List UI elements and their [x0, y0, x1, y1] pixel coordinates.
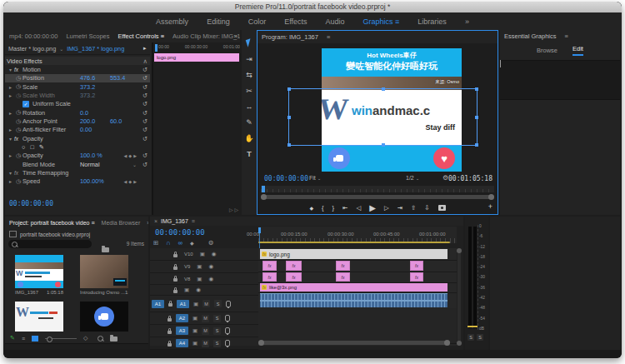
disclosure-closed-icon[interactable]: ▸: [7, 84, 14, 90]
lock-icon[interactable]: [168, 318, 172, 322]
clip-audio-img1367[interactable]: [260, 293, 448, 307]
reset-icon[interactable]: ↺: [142, 92, 148, 99]
layers-list-area[interactable]: [500, 60, 620, 100]
track-header-a2[interactable]: A2 ▣ M S: [150, 312, 258, 325]
position-x-value[interactable]: 476.6: [80, 74, 95, 82]
solo-button[interactable]: S: [213, 327, 221, 335]
program-scrubber[interactable]: [261, 186, 494, 192]
workspace-tab-effects[interactable]: Effects: [284, 17, 307, 26]
track-name[interactable]: A1: [177, 300, 189, 308]
scroll-handle-left[interactable]: [258, 340, 264, 346]
reset-icon[interactable]: ↺: [142, 100, 148, 107]
project-clip-winandmac[interactable]: W: [15, 302, 63, 332]
panel-menu-icon[interactable]: ≡: [327, 33, 330, 41]
motion-section-header[interactable]: ▾ fx Motion ↺: [5, 65, 150, 73]
graphic-clip[interactable]: fx: [336, 272, 350, 282]
workspace-overflow-icon[interactable]: »: [465, 17, 469, 26]
tab-browse[interactable]: Browse: [537, 47, 558, 54]
anti-flicker-row[interactable]: ▸ ◷ Anti-flicker Filter 0.00 ↺: [5, 126, 150, 134]
sync-lock-icon[interactable]: ▣: [192, 340, 198, 347]
track-name[interactable]: V8: [184, 277, 190, 282]
mini-nav-icons[interactable]: ▷ ▷: [229, 207, 238, 212]
stopwatch-icon[interactable]: ◷: [14, 118, 22, 125]
stopwatch-icon[interactable]: ◷: [14, 109, 22, 116]
fit-dropdown[interactable]: Fit ⌄: [309, 175, 321, 181]
workspace-tab-assembly[interactable]: Assembly: [156, 17, 188, 26]
graphic-clip[interactable]: fx: [286, 261, 302, 271]
position-y-value[interactable]: 553.4: [110, 74, 125, 82]
lock-icon[interactable]: [168, 343, 172, 347]
mute-button[interactable]: M: [202, 300, 210, 307]
track-name[interactable]: V9: [184, 264, 190, 269]
reset-icon[interactable]: ↺: [142, 74, 148, 82]
icon-view-icon[interactable]: [32, 336, 38, 342]
graphic-clip[interactable]: fx: [336, 261, 350, 271]
reset-icon[interactable]: ↺: [142, 117, 148, 125]
rect-mask-icon[interactable]: □: [30, 143, 33, 151]
stopwatch-icon[interactable]: ◷: [14, 83, 22, 90]
lock-icon[interactable]: [173, 290, 178, 293]
panel-arrow-icon[interactable]: ▸: [143, 45, 147, 52]
program-zoom-scrollbar[interactable]: [261, 195, 494, 199]
track-header-v7[interactable]: ▣ ◉: [150, 285, 258, 296]
new-bin-icon[interactable]: [110, 337, 118, 342]
disclosure-closed-icon[interactable]: ▸: [7, 178, 14, 184]
pen-mask-icon[interactable]: ✎: [39, 143, 44, 151]
extract-icon[interactable]: ⇩: [424, 204, 429, 212]
mark-out-icon[interactable]: }: [332, 204, 335, 212]
resolution-dropdown[interactable]: 1/2 ⌄: [406, 175, 419, 181]
timeline-timecode[interactable]: 00:00:00:00: [155, 228, 205, 237]
lock-icon[interactable]: [173, 267, 178, 270]
project-writable-icon[interactable]: ✎: [10, 335, 15, 342]
close-icon[interactable]: ×: [154, 218, 158, 224]
step-forward-icon[interactable]: ▷: [384, 204, 389, 212]
blend-mode-select[interactable]: Normal: [80, 161, 100, 168]
program-playhead[interactable]: [262, 186, 265, 192]
workspace-tab-editing[interactable]: Editing: [207, 17, 230, 26]
kf-next-icon[interactable]: ▶: [133, 179, 138, 184]
graphic-clip[interactable]: fx: [262, 272, 277, 282]
project-breadcrumb[interactable]: portrait facebook video.prproj: [5, 229, 148, 239]
linked-selection-icon[interactable]: ∞: [178, 239, 182, 247]
add-marker-icon[interactable]: ◆: [190, 240, 194, 247]
export-frame-icon[interactable]: [438, 205, 446, 211]
track-header-v9[interactable]: V9 ▣ ◉: [150, 261, 258, 273]
sync-lock-icon[interactable]: ▣: [184, 287, 189, 293]
mute-button[interactable]: M: [202, 315, 209, 322]
panel-menu-icon[interactable]: ≡: [91, 220, 94, 226]
step-back-icon[interactable]: ◁: [356, 204, 361, 212]
lock-icon[interactable]: [173, 254, 178, 257]
anchor-point-row[interactable]: ◷ Anchor Point 200.0 60.0 ↺: [5, 117, 150, 125]
project-clip-img1367[interactable]: W: [15, 255, 63, 288]
search-input[interactable]: [8, 240, 92, 248]
scroll-handle-right[interactable]: [444, 340, 450, 346]
disclosure-closed-icon[interactable]: ▸: [7, 110, 14, 116]
keyframe-nav[interactable]: ◀◆▶: [123, 153, 138, 158]
video-effects-header[interactable]: Video Effects ∧: [5, 57, 150, 65]
reset-icon[interactable]: ↺: [142, 126, 148, 133]
track-select-forward-tool[interactable]: ⇥: [242, 51, 257, 67]
track-name[interactable]: A4: [176, 339, 188, 347]
tab-lumetri-scopes[interactable]: Lumetri Scopes: [66, 32, 109, 40]
sync-lock-icon[interactable]: ▣: [197, 263, 202, 270]
zoom-handle-right[interactable]: [488, 194, 494, 200]
voiceover-record-icon[interactable]: [225, 327, 230, 334]
voiceover-record-icon[interactable]: [226, 301, 231, 307]
scale-row[interactable]: ▸ ◷ Scale 373.2 ↺: [5, 82, 150, 91]
track-output-eye-icon[interactable]: ◉: [212, 251, 217, 257]
add-marker-icon[interactable]: ◆: [309, 205, 313, 211]
reset-icon[interactable]: ↺: [142, 83, 148, 91]
kf-next-icon[interactable]: ▶: [133, 153, 138, 158]
tab-audio-clip-mixer[interactable]: Audio Clip Mixer: IMG_1367: [172, 32, 240, 40]
track-header-a4[interactable]: A4 ▣ M S: [150, 337, 258, 350]
mark-in-icon[interactable]: {: [322, 204, 324, 212]
tab-source-monitor[interactable]: mp4: 00:00:00:00: [9, 32, 58, 40]
list-view-icon[interactable]: ≡: [22, 336, 25, 342]
solo-button[interactable]: S: [214, 300, 222, 307]
window-titlebar[interactable]: Premiere Pro/11.0/portrait facebook vide…: [3, 2, 622, 12]
solo-button[interactable]: S: [213, 315, 221, 322]
disclosure-open-icon[interactable]: ▾: [7, 136, 14, 142]
pen-tool[interactable]: ✎: [242, 114, 257, 130]
reset-icon[interactable]: ↺: [142, 66, 148, 73]
voiceover-record-icon[interactable]: [225, 315, 230, 322]
